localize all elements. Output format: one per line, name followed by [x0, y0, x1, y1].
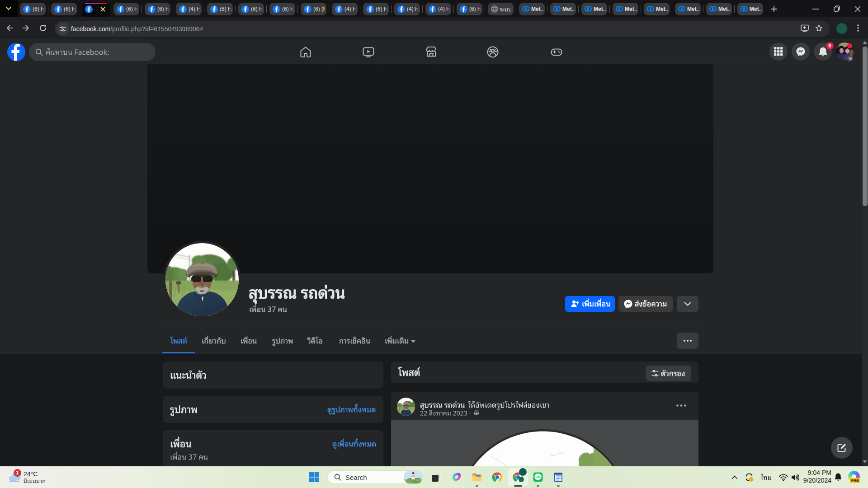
svg-text:LINE: LINE: [535, 475, 541, 478]
